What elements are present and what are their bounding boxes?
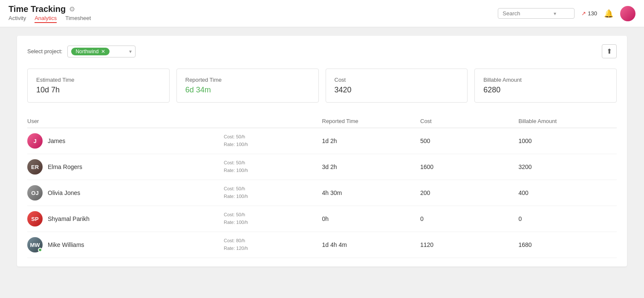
stats-row: Estimated Time 10d 7h Reported Time 6d 3… [27, 69, 617, 103]
project-selector-row: Select project: Northwind ✕ ▾ ⬆ [27, 44, 617, 58]
export-button[interactable]: ⬆ [602, 44, 617, 58]
stat-label-reported: Reported Time [185, 77, 310, 83]
billable-amount-value: 3200 [519, 163, 617, 170]
col-header-cost: Cost [420, 118, 519, 124]
search-box[interactable]: ▾ [498, 8, 575, 19]
stat-label-billable: Billable Amount [483, 77, 608, 83]
table-header-row: User Reported Time Cost Billable Amount [27, 115, 617, 128]
tab-analytics[interactable]: Analytics [35, 15, 57, 23]
reported-time-value: 4h 30m [322, 189, 421, 196]
trending-badge: ↗ 130 [581, 10, 597, 17]
avatar: MW [27, 237, 43, 252]
trending-count: 130 [588, 10, 597, 17]
stat-label-cost: Cost [335, 77, 459, 83]
tag-close-icon[interactable]: ✕ [101, 49, 105, 54]
rate-info: Cost: 50/h Rate: 100/h [224, 159, 322, 174]
billable-amount-value: 400 [519, 189, 617, 196]
bell-icon[interactable]: 🔔 [604, 9, 613, 18]
user-avatar[interactable] [620, 6, 635, 21]
cost-rate: Cost: 50/h [224, 159, 322, 167]
cost-value: 0 [420, 215, 519, 222]
table-row: OJ Olivia Jones Cost: 50/h Rate: 100/h 4… [27, 180, 617, 206]
rate-info: Cost: 50/h Rate: 100/h [224, 185, 322, 200]
stat-value-reported: 6d 34m [185, 86, 310, 95]
cost-value: 1600 [420, 163, 519, 170]
search-input[interactable] [502, 10, 554, 17]
avatar: SP [27, 211, 43, 226]
stat-card-cost: Cost 3420 [326, 69, 468, 103]
user-cell: SP Shyamal Parikh [27, 211, 224, 226]
rate: Rate: 100/h [224, 167, 322, 175]
rate-info: Cost: 50/h Rate: 100/h [224, 133, 322, 148]
project-tag: Northwind ✕ [71, 48, 110, 55]
user-name: Shyamal Parikh [48, 215, 90, 222]
rate: Rate: 100/h [224, 141, 322, 149]
header-tabs: Activity Analytics Timesheet [9, 15, 91, 23]
stat-value-cost: 3420 [335, 86, 459, 95]
table-row: SP Shyamal Parikh Cost: 50/h Rate: 100/h… [27, 206, 617, 232]
cost-value: 200 [420, 189, 519, 196]
col-header-rates [224, 118, 322, 124]
rate: Rate: 100/h [224, 219, 322, 226]
reported-time-value: 1d 2h [322, 138, 421, 144]
avatar: J [27, 133, 43, 149]
online-indicator [38, 248, 42, 252]
user-name: Elma Rogers [48, 163, 82, 170]
user-cell: ER Elma Rogers [27, 159, 224, 175]
cost-value: 1120 [420, 241, 519, 248]
stat-card-reported-time: Reported Time 6d 34m [176, 69, 319, 103]
cost-rate: Cost: 50/h [224, 185, 322, 193]
cost-rate: Cost: 50/h [224, 211, 322, 219]
cost-value: 500 [420, 138, 519, 144]
header: Time Tracking ⚙ Activity Analytics Times… [0, 0, 644, 27]
select-project-label: Select project: [27, 48, 62, 54]
header-left: Time Tracking ⚙ Activity Analytics Times… [9, 4, 91, 23]
rate: Rate: 120/h [224, 245, 322, 252]
col-header-reported-time: Reported Time [322, 118, 421, 124]
stat-card-estimated-time: Estimated Time 10d 7h [27, 69, 170, 103]
gear-icon[interactable]: ⚙ [69, 5, 75, 13]
user-cell: J James [27, 133, 224, 149]
main-content: Select project: Northwind ✕ ▾ ⬆ Estimate… [0, 27, 644, 275]
reported-time-value: 3d 2h [322, 163, 421, 170]
project-tag-label: Northwind [75, 49, 98, 54]
header-right: ▾ ↗ 130 🔔 [498, 6, 635, 21]
avatar: ER [27, 159, 43, 175]
col-header-user: User [27, 118, 224, 124]
title-row: Time Tracking ⚙ [9, 4, 91, 14]
table-row: ER Elma Rogers Cost: 50/h Rate: 100/h 3d… [27, 154, 617, 180]
user-cell: OJ Olivia Jones [27, 185, 224, 201]
stat-value-billable: 6280 [483, 86, 608, 95]
stat-value-estimated: 10d 7h [36, 86, 161, 95]
project-tag-container[interactable]: Northwind ✕ ▾ [67, 46, 136, 57]
content-card: Select project: Northwind ✕ ▾ ⬆ Estimate… [17, 36, 627, 266]
billable-amount-value: 0 [519, 215, 617, 222]
avatar: OJ [27, 185, 43, 201]
search-chevron-icon: ▾ [554, 11, 556, 17]
billable-amount-value: 1000 [519, 138, 617, 144]
reported-time-value: 0h [322, 215, 421, 222]
table-row: MW Mike Williams Cost: 80/h Rate: 120/h … [27, 232, 617, 258]
user-name: Mike Williams [48, 241, 84, 248]
rate-info: Cost: 80/h Rate: 120/h [224, 237, 322, 252]
trending-icon: ↗ [581, 10, 586, 17]
table-section: User Reported Time Cost Billable Amount … [27, 115, 617, 258]
page-title: Time Tracking [9, 4, 66, 14]
cost-rate: Cost: 50/h [224, 133, 322, 141]
user-name: James [48, 138, 65, 144]
export-icon: ⬆ [606, 47, 612, 55]
user-name: Olivia Jones [48, 189, 80, 196]
user-cell: MW Mike Williams [27, 237, 224, 252]
billable-amount-value: 1680 [519, 241, 617, 248]
rate: Rate: 100/h [224, 193, 322, 201]
rate-info: Cost: 50/h Rate: 100/h [224, 211, 322, 226]
project-dropdown-arrow-icon[interactable]: ▾ [129, 49, 132, 54]
reported-time-value: 1d 4h 4m [322, 241, 421, 248]
stat-card-billable: Billable Amount 6280 [474, 69, 617, 103]
stat-label-estimated: Estimated Time [36, 77, 161, 83]
table-row: J James Cost: 50/h Rate: 100/h 1d 2h 500… [27, 128, 617, 154]
tab-timesheet[interactable]: Timesheet [65, 15, 91, 23]
tab-activity[interactable]: Activity [9, 15, 26, 23]
col-header-billable: Billable Amount [519, 118, 617, 124]
project-selector-left: Select project: Northwind ✕ ▾ [27, 46, 136, 57]
